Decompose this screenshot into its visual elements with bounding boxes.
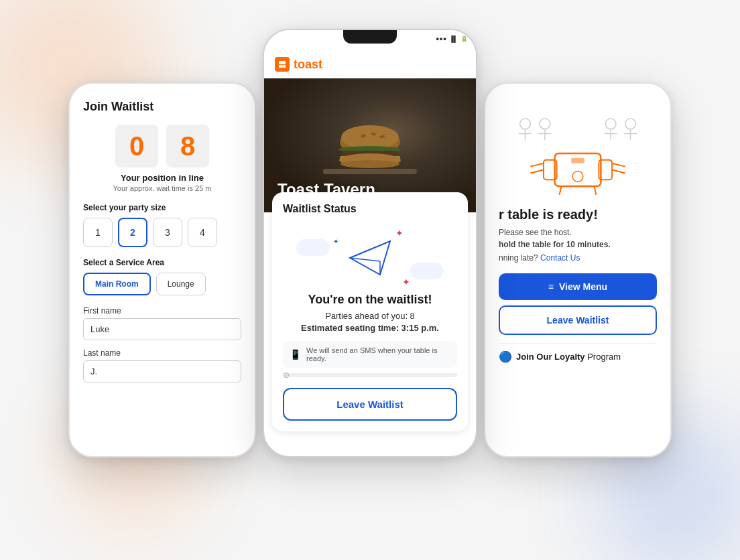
party-size-row: 1 2 3 4	[83, 218, 241, 247]
paper-plane: ✦ ✦ ✦	[343, 231, 397, 287]
wait-time-label: Your approx. wait time is 25 m	[83, 184, 241, 192]
svg-rect-1	[279, 61, 286, 64]
toast-logo: toast	[275, 57, 322, 72]
waitlist-status-card: Waitlist Status ✦ ✦ ✦ You're on the wait…	[272, 192, 468, 431]
cloud-left	[296, 239, 330, 256]
service-btn-lounge[interactable]: Lounge	[156, 273, 206, 295]
phone-top-bar: ●●● ▐▌ 🔋	[264, 30, 476, 50]
last-name-label: Last name	[83, 348, 241, 358]
animation-area: ✦ ✦ ✦	[283, 226, 457, 293]
last-name-input[interactable]	[83, 360, 241, 382]
loyalty-text: Join Our Loyalty Program	[516, 352, 621, 362]
leave-waitlist-button-right[interactable]: Leave Waitlist	[499, 305, 657, 335]
service-area-label: Select a Service Area	[83, 258, 241, 267]
svg-point-38	[572, 171, 583, 182]
sms-icon: 📱	[290, 349, 301, 360]
contact-us-link[interactable]: Contact Us	[540, 253, 580, 263]
menu-icon: ≡	[548, 281, 554, 292]
first-name-label: First name	[83, 306, 241, 316]
svg-point-19	[540, 119, 550, 129]
svg-line-32	[612, 163, 625, 167]
svg-point-25	[625, 119, 636, 129]
sparkle-1: ✦	[395, 228, 404, 238]
sms-notice: 📱 We will send an SMS when your table is…	[283, 341, 457, 368]
phone-center: ●●● ▐▌ 🔋 toast	[263, 29, 477, 458]
view-menu-button[interactable]: ≡ View Menu	[499, 273, 657, 300]
waitlist-message: You're on the waitlist!	[283, 293, 457, 307]
phone-right: r table is ready! Please see the host. h…	[484, 82, 672, 458]
position-digit-0: 0	[115, 125, 158, 167]
svg-point-22	[605, 119, 616, 129]
running-late-text: nning late? Contact Us	[499, 253, 657, 263]
progress-bar-area: ⊙	[283, 373, 457, 377]
toast-logo-bar: toast	[264, 50, 476, 78]
position-digit-1: 8	[166, 125, 209, 167]
sparkle-2: ✦	[402, 277, 410, 287]
svg-line-30	[530, 170, 544, 173]
table-hold-text: hold the table for 10 minutes.	[499, 240, 657, 249]
estimated-time: Estimated seating time: 3:15 p.m.	[283, 323, 457, 333]
service-area-row: Main Room Lounge	[83, 273, 241, 295]
svg-rect-0	[279, 65, 286, 68]
table-ready-title: r table is ready!	[499, 207, 657, 222]
progress-track	[294, 374, 457, 376]
cloud-right	[410, 263, 444, 279]
notch	[343, 30, 397, 44]
phone-left: Join Waitlist 0 8 Your position in line …	[68, 82, 256, 458]
svg-line-29	[530, 163, 544, 167]
svg-line-35	[560, 186, 562, 195]
parties-ahead: Parties ahead of you: 8	[283, 311, 457, 321]
first-name-input[interactable]	[83, 318, 241, 340]
position-display: 0 8	[83, 125, 241, 167]
party-btn-1[interactable]: 1	[83, 218, 113, 247]
join-waitlist-title: Join Waitlist	[83, 100, 241, 114]
party-btn-3[interactable]: 3	[153, 218, 182, 247]
svg-rect-37	[571, 158, 584, 163]
sparkle-3: ✦	[333, 238, 338, 245]
svg-line-33	[612, 170, 625, 173]
party-btn-2[interactable]: 2	[118, 218, 147, 247]
restaurant-svg	[505, 110, 650, 197]
svg-line-36	[595, 186, 597, 195]
toast-text: toast	[294, 58, 322, 72]
loyalty-icon: 🔵	[499, 350, 512, 363]
loyalty-banner: 🔵 Join Our Loyalty Program	[499, 343, 657, 370]
svg-point-16	[520, 119, 531, 129]
table-ready-subtitle: Please see the host.	[499, 228, 657, 237]
waitlist-status-title: Waitlist Status	[283, 203, 457, 215]
svg-marker-13	[350, 241, 390, 275]
leave-waitlist-button-center[interactable]: Leave Waitlist	[283, 388, 457, 421]
position-label: Your position in line	[83, 173, 241, 183]
service-btn-main-room[interactable]: Main Room	[83, 273, 151, 295]
progress-icon: ⊙	[283, 370, 290, 380]
table-illustration	[499, 100, 657, 207]
party-size-label: Select your party size	[83, 203, 241, 212]
toast-icon	[275, 57, 290, 72]
party-btn-4[interactable]: 4	[188, 218, 217, 247]
status-bar: ●●● ▐▌ 🔋	[436, 36, 468, 42]
